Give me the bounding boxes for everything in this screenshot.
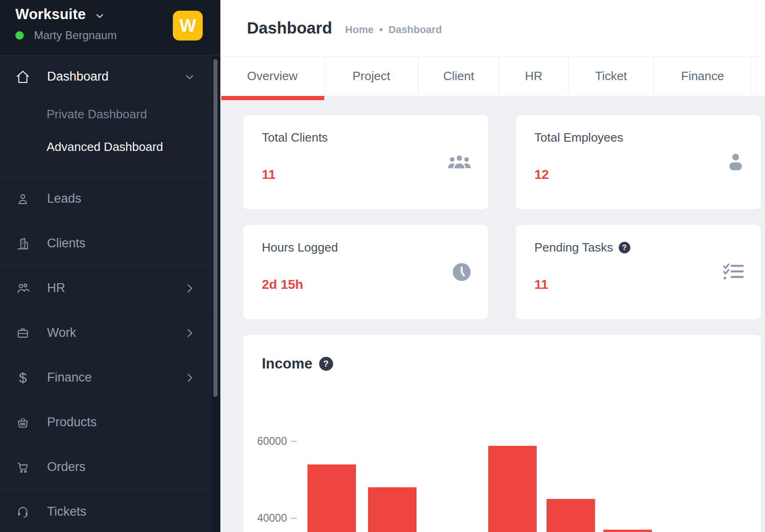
chevron-right-icon xyxy=(184,282,196,294)
chevron-right-icon xyxy=(184,372,196,384)
income-title: Income ? xyxy=(262,355,333,372)
clock-icon xyxy=(452,262,471,282)
tab-label: Ticket xyxy=(595,69,627,83)
y-axis-tick-mark xyxy=(291,441,297,442)
sidebar-item-label: Dashboard xyxy=(47,69,109,84)
sidebar-item-label: Tickets xyxy=(47,505,87,519)
breadcrumb-current: Dashboard xyxy=(389,24,442,36)
sidebar-item-hr[interactable]: HR xyxy=(0,266,212,310)
sidebar-item-tickets[interactable]: Tickets xyxy=(0,489,212,532)
stat-value: 2d 15h xyxy=(262,277,303,292)
person-icon xyxy=(15,192,30,206)
sidebar-item-label: Clients xyxy=(47,236,86,251)
sidebar-item-work[interactable]: Work xyxy=(0,310,212,355)
sidebar-item-advanced-dashboard[interactable]: Advanced Dashboard xyxy=(0,130,212,163)
stat-value: 11 xyxy=(262,167,276,182)
worksuite-app: Worksuite Marty Bergnaum W Dashboard xyxy=(0,0,765,532)
income-bar[interactable] xyxy=(368,487,417,532)
workspace-switcher[interactable]: Worksuite xyxy=(15,6,105,23)
tab-client[interactable]: Client xyxy=(418,56,499,96)
stat-row-1: Total Clients 11 Total Employees 12 xyxy=(243,115,761,209)
dashboard-content: Total Clients 11 Total Employees 12 Hou xyxy=(220,96,765,532)
sidebar-item-clients[interactable]: Clients xyxy=(0,221,212,266)
stat-title: Hours Logged xyxy=(262,240,338,255)
stat-row-2: Hours Logged 2d 15h Pending Tasks ? 11 xyxy=(243,225,761,319)
online-status-dot xyxy=(15,31,24,40)
y-axis-tick-label: 60000 xyxy=(257,435,286,448)
sidebar-scrollbar[interactable] xyxy=(213,59,218,397)
building-icon xyxy=(15,237,30,251)
page-title: Dashboard xyxy=(247,19,332,37)
people-icon xyxy=(15,281,30,296)
briefcase-icon xyxy=(15,326,30,340)
page-header: Dashboard Home • Dashboard xyxy=(220,0,765,56)
user-icon xyxy=(727,153,744,171)
income-bar[interactable] xyxy=(488,446,537,532)
tab-hr[interactable]: HR xyxy=(499,56,568,96)
stat-title-text: Pending Tasks xyxy=(534,240,613,255)
tab-partial[interactable] xyxy=(751,56,765,96)
breadcrumb-home[interactable]: Home xyxy=(345,24,374,36)
tab-label: HR xyxy=(525,69,543,83)
sidebar-subitem-label: Private Dashboard xyxy=(47,107,147,122)
sidebar-item-leads[interactable]: Leads xyxy=(0,176,212,221)
income-card: Income ? 60000 40000 xyxy=(243,335,761,532)
tab-ticket[interactable]: Ticket xyxy=(568,56,654,96)
headset-icon xyxy=(15,505,30,519)
chevron-down-icon xyxy=(184,71,196,83)
sidebar: Worksuite Marty Bergnaum W Dashboard xyxy=(0,0,220,532)
app-logo[interactable]: W xyxy=(173,11,203,41)
stat-title: Total Employees xyxy=(534,130,623,145)
brand-name: Worksuite xyxy=(15,6,86,23)
dollar-icon: $ xyxy=(15,371,30,385)
help-badge[interactable]: ? xyxy=(319,357,333,371)
sidebar-item-label: Leads xyxy=(47,191,82,206)
tab-overview[interactable]: Overview xyxy=(220,56,325,96)
tab-label: Project xyxy=(353,69,390,83)
sidebar-item-label: HR xyxy=(47,281,65,295)
stat-value: 12 xyxy=(534,167,549,182)
stat-card-total-clients: Total Clients 11 xyxy=(243,115,488,209)
stat-card-hours-logged: Hours Logged 2d 15h xyxy=(243,225,488,319)
breadcrumb-separator: • xyxy=(379,24,383,36)
current-user[interactable]: Marty Bergnaum xyxy=(15,29,116,42)
sidebar-item-finance[interactable]: $ Finance xyxy=(0,355,212,400)
sidebar-menu: Dashboard Private Dashboard Advanced Das… xyxy=(0,55,212,532)
home-icon xyxy=(15,69,30,84)
tab-label: Finance xyxy=(681,69,724,83)
cart-icon xyxy=(15,460,30,474)
income-bar[interactable] xyxy=(546,499,595,532)
sidebar-subitem-label: Advanced Dashboard xyxy=(47,140,163,154)
sidebar-item-dashboard[interactable]: Dashboard xyxy=(0,55,212,98)
main-area: Dashboard Home • Dashboard Overview Proj… xyxy=(220,0,765,532)
sidebar-item-products[interactable]: Products xyxy=(0,400,212,444)
basket-icon xyxy=(15,416,30,430)
tab-project[interactable]: Project xyxy=(325,56,418,96)
breadcrumb: Home • Dashboard xyxy=(345,24,442,36)
sidebar-item-private-dashboard[interactable]: Private Dashboard xyxy=(0,98,212,130)
help-badge[interactable]: ? xyxy=(619,242,630,253)
income-title-text: Income xyxy=(262,355,313,372)
tab-finance[interactable]: Finance xyxy=(654,56,751,96)
y-axis-tick-label: 40000 xyxy=(257,512,286,525)
stat-card-total-employees: Total Employees 12 xyxy=(516,115,761,209)
stat-card-pending-tasks: Pending Tasks ? 11 xyxy=(516,225,761,319)
sidebar-item-label: Finance xyxy=(47,370,92,385)
checklist-icon xyxy=(723,263,744,281)
menu-spacer xyxy=(0,163,212,176)
user-name: Marty Bergnaum xyxy=(34,29,116,42)
stat-title: Total Clients xyxy=(262,130,328,145)
stat-title: Pending Tasks ? xyxy=(534,240,630,255)
income-bar[interactable] xyxy=(307,464,356,532)
sidebar-item-label: Products xyxy=(47,415,97,430)
y-axis-tick-mark xyxy=(291,518,297,519)
stat-value: 11 xyxy=(534,277,548,292)
sidebar-item-label: Work xyxy=(47,326,76,340)
sidebar-item-label: Orders xyxy=(47,460,86,474)
tab-bar: Overview Project Client HR Ticket Financ… xyxy=(220,56,765,96)
tab-label: Client xyxy=(443,69,474,83)
income-bar[interactable] xyxy=(603,530,652,532)
sidebar-header: Worksuite Marty Bergnaum W xyxy=(0,0,220,55)
sidebar-item-orders[interactable]: Orders xyxy=(0,444,212,489)
users-group-icon xyxy=(447,153,471,171)
